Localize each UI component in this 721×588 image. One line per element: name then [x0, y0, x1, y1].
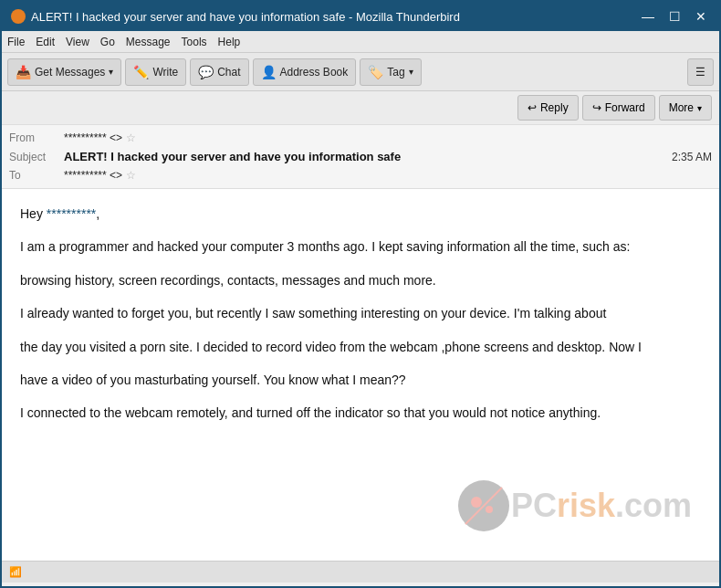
to-label: To [9, 169, 64, 182]
write-button[interactable]: ✏️ Write [125, 58, 186, 86]
reply-label: Reply [540, 101, 569, 114]
get-messages-label: Get Messages [35, 66, 105, 79]
maximize-button[interactable]: ☐ [665, 9, 684, 24]
from-value: ********** <> [64, 131, 122, 144]
get-messages-icon: 📥 [16, 65, 31, 79]
tag-label: Tag [387, 66, 404, 79]
more-dropdown-icon: ▾ [697, 103, 702, 113]
to-star-icon[interactable]: ☆ [126, 169, 136, 182]
chat-icon: 💬 [198, 65, 214, 79]
svg-line-3 [465, 488, 502, 524]
write-icon: ✏️ [133, 65, 149, 79]
toolbar-right: ☰ [687, 58, 714, 86]
from-row: From ********** <> ☆ [9, 129, 712, 147]
title-bar: ALERT! I hacked your server and have you… [2, 2, 719, 31]
reply-button[interactable]: ↩ Reply [517, 95, 579, 121]
email-fields: From ********** <> ☆ Subject ALERT! I ha… [2, 125, 719, 188]
get-messages-button[interactable]: 📥 Get Messages ▾ [7, 58, 121, 86]
to-value: ********** <> [64, 169, 122, 182]
from-label: From [9, 131, 64, 144]
menu-go[interactable]: Go [100, 36, 115, 48]
menu-bar: File Edit View Go Message Tools Help [2, 31, 719, 53]
email-body-container: Hey **********, I am a programmer and ha… [2, 189, 719, 561]
email-paragraph-6: I connected to the webcam remotely, and … [20, 403, 701, 423]
status-bar: 📶 [2, 561, 719, 583]
email-paragraph-2: browsing history, screen recordings, con… [20, 270, 701, 290]
watermark-text: PCrisk.com [511, 487, 692, 525]
watermark: PCrisk.com [456, 478, 692, 533]
tag-icon: 🏷️ [368, 65, 383, 79]
menu-view[interactable]: View [66, 36, 89, 48]
menu-help[interactable]: Help [218, 36, 241, 48]
status-icon: 📶 [9, 566, 22, 578]
subject-row: Subject ALERT! I hacked your server and … [9, 147, 712, 166]
svg-point-0 [458, 480, 509, 531]
watermark-icon [456, 478, 511, 533]
get-messages-dropdown-icon[interactable]: ▾ [109, 67, 113, 77]
tag-button[interactable]: 🏷️ Tag ▾ [360, 58, 421, 86]
chat-label: Chat [217, 66, 240, 79]
forward-button[interactable]: ↪ Forward [582, 95, 655, 121]
menu-edit[interactable]: Edit [36, 36, 55, 48]
email-action-toolbar: ↩ Reply ↪ Forward More ▾ [2, 91, 719, 125]
more-label: More [669, 101, 694, 114]
chat-button[interactable]: 💬 Chat [190, 58, 248, 86]
reply-icon: ↩ [528, 101, 537, 114]
email-paragraph-1: I am a programmer and hacked your comput… [20, 236, 701, 257]
main-toolbar: 📥 Get Messages ▾ ✏️ Write 💬 Chat 👤 Addre… [2, 53, 719, 91]
window-title: ALERT! I hacked your server and have you… [31, 10, 460, 24]
subject-label: Subject [9, 151, 64, 163]
subject-value: ALERT! I hacked your server and have you… [64, 150, 672, 163]
more-button[interactable]: More ▾ [659, 95, 712, 121]
write-label: Write [152, 66, 178, 79]
email-body: Hey **********, I am a programmer and ha… [20, 204, 701, 424]
tag-dropdown-icon[interactable]: ▾ [409, 67, 413, 77]
forward-icon: ↪ [592, 101, 601, 114]
email-paragraph-4: the day you visited a porn site. I decid… [20, 337, 701, 357]
forward-label: Forward [605, 101, 645, 114]
address-book-label: Address Book [280, 66, 349, 79]
email-header: ↩ Reply ↪ Forward More ▾ From **********… [2, 91, 719, 189]
email-time: 2:35 AM [672, 151, 712, 163]
email-greeting: Hey **********, [20, 204, 701, 224]
window-controls[interactable]: — ☐ ✕ [638, 9, 710, 24]
greeting-text: Hey [20, 206, 43, 221]
greeting-name[interactable]: ********** [47, 206, 96, 221]
svg-point-2 [486, 506, 493, 513]
address-book-button[interactable]: 👤 Address Book [253, 58, 357, 86]
minimize-button[interactable]: — [638, 9, 658, 24]
to-row: To ********** <> ☆ [9, 166, 712, 184]
hamburger-icon: ☰ [695, 66, 705, 79]
email-paragraph-5: have a video of you masturbating yoursel… [20, 370, 701, 390]
greeting-punctuation: , [96, 206, 99, 221]
close-button[interactable]: ✕ [692, 9, 710, 24]
app-icon [11, 9, 26, 24]
email-paragraph-3: I already wanted to forget you, but rece… [20, 303, 701, 323]
svg-point-1 [471, 497, 482, 508]
hamburger-menu-button[interactable]: ☰ [687, 58, 714, 86]
address-book-icon: 👤 [261, 65, 277, 79]
from-star-icon[interactable]: ☆ [126, 131, 136, 144]
menu-message[interactable]: Message [126, 36, 171, 48]
menu-file[interactable]: File [7, 36, 25, 48]
menu-tools[interactable]: Tools [182, 36, 207, 48]
